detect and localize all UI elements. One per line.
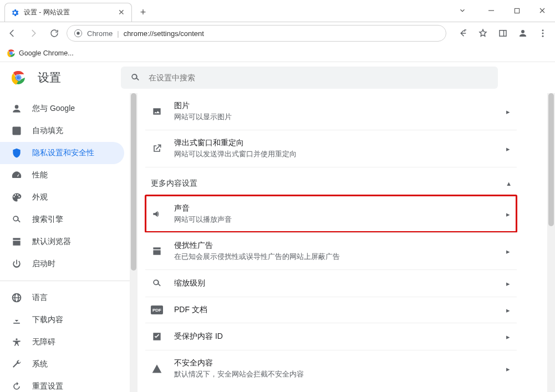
settings-search-input[interactable]: [149, 73, 489, 82]
scrollbar-thumb[interactable]: [131, 93, 136, 271]
person-icon: [11, 103, 22, 114]
content-row-intrusive-ads[interactable]: 侵扰性广告在已知会展示侵扰性或误导性广告的网站上屏蔽广告 ▸: [145, 232, 517, 269]
sidebar-item-label: 语言: [32, 293, 48, 303]
sidebar-item-performance[interactable]: 性能: [0, 164, 124, 186]
warning-icon: [151, 363, 163, 374]
bookmark-star-icon[interactable]: [474, 24, 492, 42]
chevron-down-icon[interactable]: [450, 0, 475, 22]
main-scrollbar[interactable]: [547, 93, 555, 392]
check-icon: [151, 331, 163, 342]
sidebar-item-accessibility[interactable]: 无障碍: [0, 331, 124, 353]
sidebar-item-languages[interactable]: 语言: [0, 287, 124, 309]
chevron-right-icon: ▸: [503, 279, 512, 288]
chevron-right-icon: ▸: [503, 306, 512, 314]
back-button[interactable]: [3, 24, 21, 42]
row-subtitle: 网站可以显示图片: [174, 112, 492, 122]
sidebar-item-label: 搜索引擎: [32, 215, 63, 225]
close-icon[interactable]: ✕: [117, 8, 126, 17]
row-title: 图片: [174, 101, 492, 111]
power-icon: [11, 258, 22, 269]
content-row-protected-content[interactable]: 受保护内容 ID ▸: [145, 323, 517, 350]
sidebar-item-label: 隐私设置和安全性: [32, 148, 94, 158]
row-title: 侵扰性广告: [174, 241, 492, 251]
svg-point-5: [77, 32, 79, 34]
speed-icon: [11, 170, 22, 181]
chrome-icon: [7, 49, 16, 58]
more-content-settings-heading[interactable]: 更多内容设置 ▸: [145, 167, 517, 195]
settings-search[interactable]: [121, 67, 498, 89]
tab-title: 设置 - 网站设置: [24, 8, 113, 17]
content-row-sound[interactable]: 声音网站可以播放声音 ▸: [145, 195, 517, 232]
browser-tab[interactable]: 设置 - 网站设置 ✕: [4, 3, 132, 22]
profile-avatar-icon[interactable]: [514, 24, 532, 42]
content-row-images[interactable]: 图片网站可以显示图片 ▸: [145, 93, 517, 130]
separator: |: [117, 29, 119, 38]
chevron-right-icon: ▸: [503, 333, 512, 341]
row-subtitle: 网站可以发送弹出式窗口并使用重定向: [174, 149, 492, 159]
minimize-button[interactable]: [478, 0, 504, 22]
row-title: 不安全内容: [174, 358, 492, 368]
sidebar-scrollbar[interactable]: [130, 93, 138, 392]
sidebar-item-system[interactable]: 系统: [0, 353, 124, 375]
accessibility-icon: [11, 337, 22, 348]
sidebar-item-appearance[interactable]: 外观: [0, 186, 124, 208]
chevron-up-icon: ▸: [504, 179, 512, 188]
image-icon: [151, 106, 163, 117]
window-icon: [11, 236, 22, 247]
shield-icon: [11, 147, 22, 159]
gear-icon: [11, 8, 19, 17]
sidebar-item-reset[interactable]: 重置设置: [0, 375, 124, 392]
forward-button[interactable]: [24, 24, 42, 42]
bookmark-item[interactable]: Google Chrome...: [7, 49, 74, 58]
sidebar-item-search-engine[interactable]: 搜索引擎: [0, 208, 124, 231]
kebab-menu-icon[interactable]: [534, 24, 552, 42]
sidebar-item-default-browser[interactable]: 默认浏览器: [0, 231, 124, 253]
new-tab-button[interactable]: +: [135, 4, 151, 20]
chevron-right-icon: ▸: [503, 210, 512, 218]
address-url: chrome://settings/content: [124, 29, 204, 38]
chrome-logo-icon: [11, 70, 26, 85]
sidebar-item-label: 无障碍: [32, 337, 55, 347]
chevron-right-icon: ▸: [503, 365, 512, 373]
content-row-pdf[interactable]: PDF PDF 文档 ▸: [145, 297, 517, 323]
content-row-insecure-content[interactable]: 不安全内容默认情况下，安全网站会拦截不安全内容 ▸: [145, 350, 517, 387]
form-icon: [11, 125, 22, 136]
sidebar-item-on-startup[interactable]: 启动时: [0, 253, 124, 275]
open-new-icon: [151, 143, 163, 154]
chrome-logo-icon: [74, 29, 83, 38]
svg-rect-3: [515, 8, 519, 13]
share-icon[interactable]: [454, 24, 472, 42]
bookmarks-bar: Google Chrome...: [0, 44, 555, 62]
page-title: 设置: [38, 70, 61, 85]
sidebar-item-label: 性能: [32, 170, 48, 180]
side-panel-icon[interactable]: [494, 24, 512, 42]
search-icon: [151, 278, 163, 289]
search-icon: [11, 214, 22, 225]
chevron-right-icon: ▸: [503, 247, 512, 256]
row-title: PDF 文档: [174, 305, 492, 315]
sidebar-item-label: 自动填充: [32, 126, 63, 136]
row-title: 弹出式窗口和重定向: [174, 138, 492, 148]
row-title: 声音: [174, 203, 492, 213]
row-subtitle: 在已知会展示侵扰性或误导性广告的网站上屏蔽广告: [174, 252, 492, 262]
sidebar-item-label: 下载内容: [32, 315, 63, 325]
content-row-popups[interactable]: 弹出式窗口和重定向网站可以发送弹出式窗口并使用重定向 ▸: [145, 130, 517, 167]
sidebar-item-downloads[interactable]: 下载内容: [0, 309, 124, 331]
sidebar-item-you-and-google[interactable]: 您与 Google: [0, 98, 124, 120]
address-bar[interactable]: Chrome | chrome://settings/content: [67, 25, 446, 42]
maximize-button[interactable]: [504, 0, 529, 22]
settings-sidebar: 您与 Google 自动填充 隐私设置和安全性 性能 外观 搜索引擎 默认浏览器…: [0, 93, 130, 392]
divider: [0, 281, 130, 281]
row-subtitle: 网站可以播放声音: [174, 215, 492, 225]
close-window-button[interactable]: [529, 0, 555, 22]
sidebar-item-privacy-security[interactable]: 隐私设置和安全性: [0, 142, 124, 164]
scrollbar-thumb[interactable]: [548, 93, 554, 226]
settings-main: 图片网站可以显示图片 ▸ 弹出式窗口和重定向网站可以发送弹出式窗口并使用重定向 …: [138, 93, 547, 392]
reload-button[interactable]: [45, 24, 63, 42]
wrench-icon: [11, 359, 22, 370]
sidebar-item-label: 启动时: [32, 259, 55, 269]
row-title: 受保护内容 ID: [174, 332, 492, 342]
bookmark-label: Google Chrome...: [19, 49, 74, 57]
content-row-zoom[interactable]: 缩放级别 ▸: [145, 269, 517, 297]
sidebar-item-autofill[interactable]: 自动填充: [0, 120, 124, 142]
